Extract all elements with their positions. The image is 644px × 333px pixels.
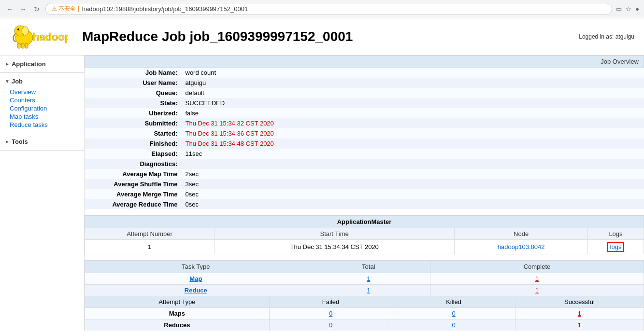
overview-value-8: 11sec xyxy=(182,149,644,159)
am-attempt-number: 1 xyxy=(85,240,215,254)
col-logs: Logs xyxy=(587,228,644,240)
overview-value-13: 0sec xyxy=(182,199,644,209)
map-tasks-link[interactable]: Map xyxy=(189,275,202,282)
browser-chrome: ← → ↻ ⚠ 不安全 | hadoop102:19888/jobhistory… xyxy=(0,0,644,18)
overview-header-cell: Job Overview xyxy=(85,56,644,68)
attempt-summary-table: Attempt Type Failed Killed Successful Ma… xyxy=(85,296,644,331)
col-total: Total xyxy=(307,261,430,273)
bookmark-icon: ☆ xyxy=(626,5,631,13)
logged-in-text: Logged in as: atguigu xyxy=(579,33,634,40)
application-label: Application xyxy=(12,60,46,68)
attempt-type-headers: Attempt Type Failed Killed Successful xyxy=(85,296,644,308)
reduces-killed-link[interactable]: 0 xyxy=(452,321,455,329)
overview-label-10: Average Map Time xyxy=(85,169,182,179)
svg-rect-5 xyxy=(17,43,20,48)
am-start-time: Thu Dec 31 15:34:34 CST 2020 xyxy=(215,240,455,254)
overview-label-5: Submitted: xyxy=(85,118,182,128)
forward-button[interactable]: → xyxy=(18,4,28,14)
task-map-complete: 1 xyxy=(430,273,644,285)
address-bar[interactable]: ⚠ 不安全 | hadoop102:19888/jobhistory/job/j… xyxy=(45,3,612,15)
account-icon: ● xyxy=(635,5,639,13)
overview-row-1: User Name:atguigu xyxy=(85,78,644,88)
attempt-maps-label: Maps xyxy=(85,308,270,319)
url-text: hadoop102:19888/jobhistory/job/job_16093… xyxy=(82,5,248,13)
attempt-reduces-row: Reduces 0 0 1 xyxy=(85,319,644,331)
am-title-row: ApplicationMaster xyxy=(85,216,644,228)
maps-killed-link[interactable]: 0 xyxy=(452,310,455,317)
job-links: Overview Counters Configuration Map task… xyxy=(4,87,80,130)
reduce-tasks-link[interactable]: Reduce xyxy=(185,287,207,294)
overview-label-11: Average Shuffle Time xyxy=(85,179,182,189)
overview-label-7: Finished: xyxy=(85,139,182,149)
overview-value-5: Thu Dec 31 15:34:32 CST 2020 xyxy=(182,118,644,128)
overview-label-0: Job Name: xyxy=(85,68,182,78)
overview-row-9: Diagnostics: xyxy=(85,159,644,169)
overview-value-6: Thu Dec 31 15:34:36 CST 2020 xyxy=(182,128,644,139)
tools-label: Tools xyxy=(12,138,28,145)
overview-row-11: Average Shuffle Time3sec xyxy=(85,179,644,189)
overview-value-2: default xyxy=(182,88,644,98)
am-logs-cell: logs xyxy=(587,240,644,254)
sidebar-item-counters[interactable]: Counters xyxy=(10,96,80,104)
maps-successful-link[interactable]: 1 xyxy=(578,310,581,317)
overview-value-3: SUCCEEDED xyxy=(182,98,644,108)
page-title: MapReduce Job job_1609399997152_0001 xyxy=(82,29,353,44)
cast-icon: ▭ xyxy=(616,5,622,13)
svg-point-2 xyxy=(17,28,19,30)
map-total-link[interactable]: 1 xyxy=(367,275,370,282)
job-label: Job xyxy=(12,78,23,85)
task-reduce-label: Reduce xyxy=(85,285,307,296)
ah-failed: Failed xyxy=(269,296,392,308)
overview-label-1: User Name: xyxy=(85,78,182,88)
sidebar-item-configuration[interactable]: Configuration xyxy=(10,104,80,112)
svg-rect-7 xyxy=(25,43,28,48)
overview-row-12: Average Merge Time0sec xyxy=(85,189,644,199)
overview-label-12: Average Merge Time xyxy=(85,189,182,199)
overview-label-4: Uberized: xyxy=(85,108,182,118)
sidebar-application-section: ► Application xyxy=(0,56,84,73)
back-button[interactable]: ← xyxy=(5,4,14,14)
reduce-total-link[interactable]: 1 xyxy=(367,287,370,294)
attempt-reduces-killed: 0 xyxy=(392,319,515,331)
hadoop-logo: hadoop xyxy=(10,22,68,51)
ah-killed: Killed xyxy=(392,296,515,308)
attempt-maps-successful: 1 xyxy=(515,308,644,319)
map-complete-link[interactable]: 1 xyxy=(535,275,539,282)
am-node-link[interactable]: hadoop103:8042 xyxy=(498,243,545,250)
overview-row-7: Finished:Thu Dec 31 15:34:48 CST 2020 xyxy=(85,139,644,149)
attempt-maps-row: Maps 0 0 1 xyxy=(85,308,644,319)
overview-row-6: Started:Thu Dec 31 15:34:36 CST 2020 xyxy=(85,128,644,139)
col-start-time: Start Time xyxy=(215,228,455,240)
overview-row-0: Job Name:word count xyxy=(85,68,644,78)
col-node: Node xyxy=(455,228,588,240)
overview-row-13: Average Reduce Time0sec xyxy=(85,199,644,209)
overview-label-6: Started: xyxy=(85,128,182,139)
app-header: hadoop MapReduce Job job_1609399997152_0… xyxy=(0,18,644,56)
svg-point-4 xyxy=(22,27,29,35)
maps-failed-link[interactable]: 0 xyxy=(329,310,332,317)
task-map-label: Map xyxy=(85,273,307,285)
reduce-complete-link[interactable]: 1 xyxy=(535,287,539,294)
task-reduce-total: 1 xyxy=(307,285,430,296)
overview-row-5: Submitted:Thu Dec 31 15:34:32 CST 2020 xyxy=(85,118,644,128)
job-header[interactable]: ▼ Job xyxy=(4,76,80,87)
application-header[interactable]: ► Application xyxy=(4,58,80,69)
main-layout: ► Application ▼ Job Overview Counters Co… xyxy=(0,56,644,331)
sidebar: ► Application ▼ Job Overview Counters Co… xyxy=(0,56,85,331)
sidebar-item-overview[interactable]: Overview xyxy=(10,88,80,96)
reduces-successful-link[interactable]: 1 xyxy=(578,321,581,329)
application-master-table: ApplicationMaster Attempt Number Start T… xyxy=(85,215,644,254)
tools-header[interactable]: ► Tools xyxy=(4,136,80,147)
task-reduce-complete: 1 xyxy=(430,285,644,296)
attempt-maps-killed: 0 xyxy=(392,308,515,319)
col-task-type: Task Type xyxy=(85,261,307,273)
reduces-failed-link[interactable]: 0 xyxy=(329,321,332,329)
am-node: hadoop103:8042 xyxy=(455,240,588,254)
sidebar-item-map-tasks[interactable]: Map tasks xyxy=(10,112,80,121)
overview-value-12: 0sec xyxy=(182,189,644,199)
svg-point-3 xyxy=(18,29,18,29)
am-logs-link[interactable]: logs xyxy=(607,242,625,252)
security-warning: ⚠ 不安全 | xyxy=(52,5,79,13)
sidebar-item-reduce-tasks[interactable]: Reduce tasks xyxy=(10,121,80,129)
reload-button[interactable]: ↻ xyxy=(32,4,42,14)
